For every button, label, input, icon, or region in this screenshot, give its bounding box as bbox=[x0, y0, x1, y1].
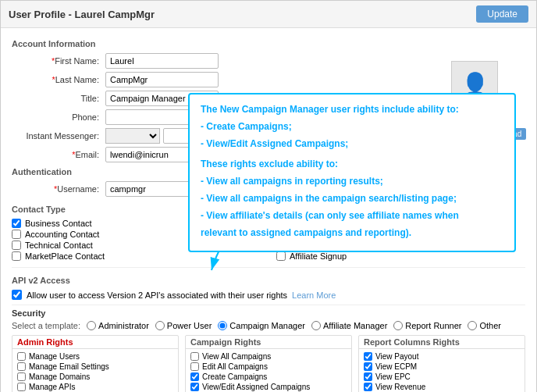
template-affiliatemanager: Affiliate Manager bbox=[311, 321, 387, 330]
report-view-revenue-checkbox[interactable] bbox=[364, 383, 372, 391]
admin-rights-col: Admin Rights Manage Users Manage Email S… bbox=[12, 335, 179, 392]
callout-line9: relevant to assigned campaigns and repor… bbox=[201, 226, 503, 240]
security-section: Security Select a template: Administrato… bbox=[12, 305, 525, 392]
last-name-input[interactable] bbox=[105, 72, 219, 87]
admin-manage-domains: Manage Domains bbox=[17, 372, 173, 381]
campaign-edit-all-label: Edit All Campaigns bbox=[202, 362, 268, 371]
admin-manage-users: Manage Users bbox=[17, 352, 173, 361]
template-other: Other bbox=[468, 321, 501, 330]
contact-technical-checkbox[interactable] bbox=[12, 241, 21, 250]
template-other-radio[interactable] bbox=[468, 321, 477, 330]
admin-manage-apis-checkbox[interactable] bbox=[17, 383, 26, 391]
admin-manage-apis: Manage APIs bbox=[17, 383, 173, 391]
campaign-create-label: Create Campaigns bbox=[202, 372, 267, 381]
report-view-epc-checkbox[interactable] bbox=[364, 372, 372, 381]
template-administrator-radio[interactable] bbox=[87, 321, 96, 330]
api-section: API v2 Access Allow user to access Versi… bbox=[12, 267, 525, 300]
username-label: *Username: bbox=[12, 184, 105, 194]
contact-technical-label: Technical Contact bbox=[25, 241, 93, 250]
template-administrator: Administrator bbox=[87, 321, 149, 330]
admin-manage-domains-label: Manage Domains bbox=[29, 372, 90, 381]
campaign-view-edit-assigned: View/Edit Assigned Campaigns bbox=[190, 383, 347, 391]
admin-rights-header: Admin Rights bbox=[12, 336, 178, 349]
template-affiliatemanager-radio[interactable] bbox=[311, 321, 321, 330]
report-view-payout-checkbox[interactable] bbox=[364, 352, 372, 361]
contact-affiliate-signup-label: Affiliate Signup bbox=[290, 251, 347, 261]
template-label: Select a template: bbox=[12, 321, 80, 330]
template-poweruser-radio[interactable] bbox=[155, 321, 165, 330]
first-name-row: *First Name: bbox=[12, 53, 416, 69]
campaign-view-all: View All Campaigns bbox=[190, 352, 347, 361]
report-rights-header: Report Columns Rights bbox=[359, 336, 525, 349]
first-name-label: *First Name: bbox=[12, 56, 105, 66]
admin-manage-domains-checkbox[interactable] bbox=[17, 372, 26, 381]
contact-accounting-checkbox[interactable] bbox=[12, 230, 21, 239]
report-view-payout: View Payout bbox=[364, 352, 520, 361]
template-poweruser: Power User bbox=[155, 321, 212, 330]
template-reportrunner-radio[interactable] bbox=[393, 321, 403, 330]
report-rights-col: Report Columns Rights View Payout View E… bbox=[358, 335, 525, 392]
rights-grid: Admin Rights Manage Users Manage Email S… bbox=[12, 335, 525, 392]
last-name-label: *Last Name: bbox=[12, 75, 105, 84]
campaign-view-edit-assigned-checkbox[interactable] bbox=[190, 383, 199, 391]
template-campaignmanager-label: Campaign Manager bbox=[229, 321, 305, 330]
callout-line5: These rights exclude ability to: bbox=[201, 157, 503, 171]
campaign-rights-col: Campaign Rights View All Campaigns Edit … bbox=[185, 335, 352, 392]
contact-marketplace-label: MarketPlace Contact bbox=[25, 251, 105, 261]
report-view-ecpm: View ECPM bbox=[364, 362, 520, 371]
security-title: Security bbox=[12, 308, 525, 318]
title-label: Title: bbox=[12, 94, 105, 103]
title-bar: User Profile - Laurel CampMgr Update bbox=[1, 1, 536, 28]
campaign-edit-all-checkbox[interactable] bbox=[190, 362, 199, 371]
admin-manage-users-checkbox[interactable] bbox=[17, 352, 26, 361]
admin-manage-users-label: Manage Users bbox=[29, 352, 80, 361]
callout-line7: - View all campaigns in the campaign sea… bbox=[201, 191, 503, 205]
contact-affiliate-signup-checkbox[interactable] bbox=[276, 251, 286, 261]
callout-line3: - View/Edit Assigned Campaigns; bbox=[201, 137, 503, 151]
campaign-create-checkbox[interactable] bbox=[190, 372, 199, 381]
template-reportrunner: Report Runner bbox=[393, 321, 461, 330]
template-campaignmanager-radio[interactable] bbox=[218, 321, 227, 330]
callout-line8: - View affiliate's details (can only see… bbox=[201, 208, 503, 223]
template-affiliatemanager-label: Affiliate Manager bbox=[323, 321, 387, 330]
campaign-rights-header: Campaign Rights bbox=[186, 336, 351, 349]
callout-line1: The New Campaign Manager user rights inc… bbox=[201, 102, 503, 116]
admin-manage-apis-label: Manage APIs bbox=[29, 383, 75, 391]
phone-label: Phone: bbox=[12, 112, 105, 122]
campaign-view-edit-assigned-label: View/Edit Assigned Campaigns bbox=[202, 383, 310, 391]
contact-business-checkbox[interactable] bbox=[12, 219, 21, 228]
api-title: API v2 Access bbox=[12, 276, 525, 285]
template-reportrunner-label: Report Runner bbox=[405, 321, 461, 330]
template-campaignmanager: Campaign Manager bbox=[218, 321, 305, 330]
report-view-payout-label: View Payout bbox=[375, 352, 418, 361]
contact-marketplace-checkbox[interactable] bbox=[12, 251, 21, 261]
report-view-epc: View EPC bbox=[364, 372, 520, 381]
report-rights-body: View Payout View ECPM View EPC View bbox=[359, 349, 525, 392]
template-row: Select a template: Administrator Power U… bbox=[12, 321, 525, 330]
api-access-checkbox[interactable] bbox=[12, 290, 22, 300]
template-administrator-label: Administrator bbox=[98, 321, 149, 330]
report-view-ecpm-label: View ECPM bbox=[375, 362, 417, 371]
page-title: User Profile - Laurel CampMgr bbox=[9, 9, 155, 20]
api-row: Allow user to access Version 2 API's ass… bbox=[12, 290, 525, 300]
contact-affiliate-signup: Affiliate Signup bbox=[276, 251, 525, 261]
first-name-input[interactable] bbox=[105, 53, 219, 69]
campaign-view-all-checkbox[interactable] bbox=[190, 352, 199, 361]
messenger-type-select[interactable] bbox=[105, 128, 160, 144]
admin-manage-email-label: Manage Email Settings bbox=[29, 362, 109, 371]
callout-line2: - Create Campaigns; bbox=[201, 119, 503, 134]
callout-line6: - View all campaigns in reporting result… bbox=[201, 174, 503, 188]
callout-box: The New Campaign Manager user rights inc… bbox=[188, 93, 516, 252]
api-checkbox-label: Allow user to access Version 2 API's ass… bbox=[27, 290, 287, 300]
report-view-revenue-label: View Revenue bbox=[375, 383, 425, 391]
admin-rights-body: Manage Users Manage Email Settings Manag… bbox=[12, 349, 178, 392]
update-button[interactable]: Update bbox=[476, 5, 528, 23]
campaign-edit-all: Edit All Campaigns bbox=[190, 362, 347, 371]
learn-more-link[interactable]: Learn More bbox=[292, 290, 336, 300]
report-view-ecpm-checkbox[interactable] bbox=[364, 362, 372, 371]
messenger-label: Instant Messenger: bbox=[12, 131, 105, 141]
account-info-title: Account Information bbox=[12, 39, 525, 48]
admin-manage-email-checkbox[interactable] bbox=[17, 362, 26, 371]
template-poweruser-label: Power User bbox=[167, 321, 212, 330]
contact-business-label: Business Contact bbox=[25, 219, 92, 228]
